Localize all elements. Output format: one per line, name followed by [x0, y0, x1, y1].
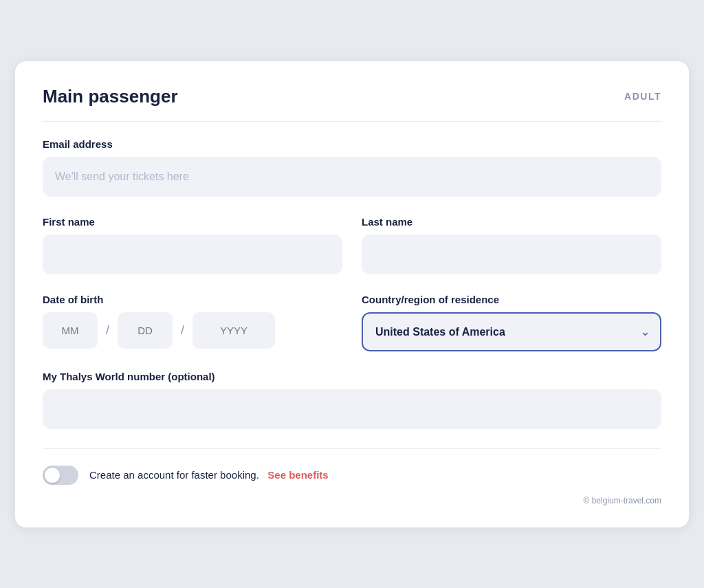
dob-separator-2: /	[181, 323, 184, 338]
email-section: Email address	[43, 138, 661, 197]
card-header: Main passenger ADULT	[43, 86, 661, 122]
see-benefits-link[interactable]: See benefits	[267, 469, 328, 481]
country-select[interactable]: United States of America United Kingdom …	[362, 312, 661, 351]
last-name-section: Last name	[362, 216, 661, 274]
footer-create-account-text: Create an account for faster booking.	[89, 469, 259, 481]
name-section: First name Last name	[43, 216, 661, 274]
email-label: Email address	[43, 138, 661, 150]
country-section: Country/region of residence United State…	[362, 294, 661, 351]
first-name-input[interactable]	[43, 235, 342, 274]
country-select-wrapper: United States of America United Kingdom …	[362, 312, 661, 351]
dob-section: Date of birth / /	[43, 294, 342, 351]
dob-mm-input[interactable]	[43, 312, 98, 349]
last-name-label: Last name	[362, 216, 661, 228]
dob-dd-input[interactable]	[118, 312, 173, 349]
footer-text: Create an account for faster booking. Se…	[89, 469, 329, 481]
card-footer: Create an account for faster booking. Se…	[43, 448, 661, 485]
toggle-thumb	[45, 468, 60, 483]
thalys-section: My Thalys World number (optional)	[43, 371, 661, 429]
thalys-label: My Thalys World number (optional)	[43, 371, 661, 382]
email-input[interactable]	[43, 157, 661, 197]
main-passenger-card: Main passenger ADULT Email address First…	[15, 61, 689, 527]
adult-badge: ADULT	[624, 91, 661, 102]
page-title: Main passenger	[43, 86, 178, 107]
thalys-input[interactable]	[43, 389, 661, 429]
dob-separator-1: /	[106, 323, 109, 338]
dob-yyyy-input[interactable]	[192, 312, 275, 349]
last-name-input[interactable]	[362, 235, 661, 274]
account-toggle[interactable]	[43, 466, 78, 485]
country-label: Country/region of residence	[362, 294, 661, 305]
dob-row: / /	[43, 312, 342, 349]
first-name-label: First name	[43, 216, 342, 228]
first-name-section: First name	[43, 216, 342, 274]
copyright-text: © belgium-travel.com	[43, 496, 661, 505]
dob-country-section: Date of birth / / Country/region of resi…	[43, 294, 661, 351]
dob-label: Date of birth	[43, 294, 342, 305]
